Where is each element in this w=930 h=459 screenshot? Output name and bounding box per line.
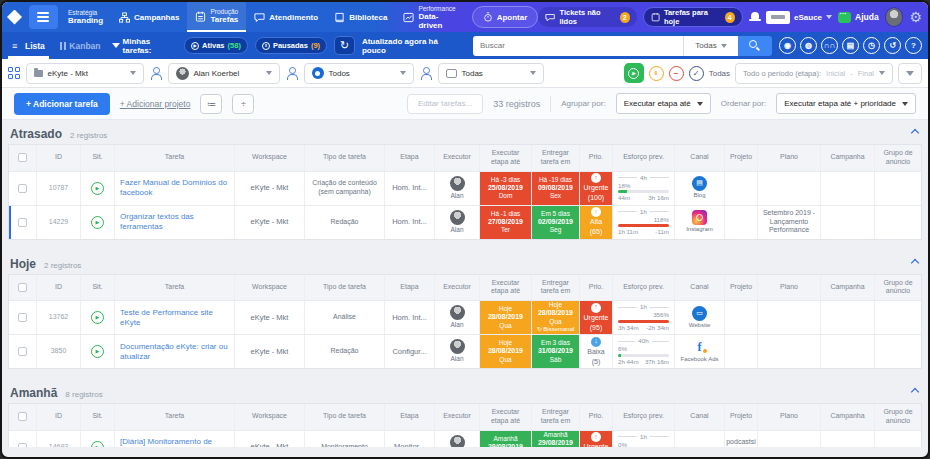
executor-cell: Alan: [450, 210, 465, 234]
search-scope-select[interactable]: Todas: [683, 36, 738, 56]
user-select[interactable]: Alan Koerbel: [168, 63, 280, 84]
task-link[interactable]: Teste de Performance site eKyte: [120, 308, 229, 328]
date-cell: Amanhã29/08/2019Qui↻ Dia útil: [532, 431, 580, 448]
task-link[interactable]: Fazer Manual de Domínios do facebook: [120, 178, 229, 198]
tab-kanban[interactable]: Kanban: [56, 32, 105, 59]
effort-progress-bar: [618, 320, 669, 323]
row-checkbox[interactable]: [18, 443, 27, 448]
user-avatar[interactable]: [885, 7, 904, 27]
row-checkbox[interactable]: [18, 218, 27, 227]
status-play-icon[interactable]: ▶: [91, 441, 104, 448]
help-button[interactable]: Ajuda: [838, 12, 879, 23]
search-button[interactable]: [738, 36, 772, 56]
date-cell: Hoje28/08/2019Qua: [480, 335, 532, 368]
status-filter-group: ▶ ‖ − ✓ Todas Todo o período (etapa): In…: [624, 63, 922, 84]
task-link[interactable]: [Diária] Monitoramento de Campanhas: [120, 437, 229, 447]
column-header: Projeto: [725, 404, 758, 430]
channel-cell: ▤Blog: [675, 172, 725, 205]
website-icon: ▭: [692, 306, 707, 321]
row-checkbox[interactable]: [18, 184, 27, 193]
task-board-icon[interactable]: ▤: [842, 37, 859, 54]
globe-icon[interactable]: ◍: [800, 37, 817, 54]
add-task-button[interactable]: + Adicionar tarefa: [14, 93, 110, 115]
help-circle-icon[interactable]: ?: [905, 37, 922, 54]
nav-item-campanhas[interactable]: Campanhas: [111, 2, 187, 32]
tickets-unread-button[interactable]: Tickets não lidos 2: [538, 7, 636, 27]
status-filter-paused-button[interactable]: ‖: [649, 66, 664, 81]
user-add-filter-icon: [286, 67, 298, 79]
status-filter-done-button[interactable]: ✓: [689, 66, 704, 81]
account-switcher[interactable]: eSauce: [766, 11, 832, 24]
add-project-link[interactable]: + Adicionar projeto: [120, 99, 191, 109]
table-row[interactable]: 14693 ▶ [Diária] Monitoramento de Campan…: [9, 430, 921, 448]
table-row[interactable]: 14229 ▶ Organizar textos das ferramentas…: [9, 205, 921, 239]
workspace-select[interactable]: eKyte - Mkt: [26, 63, 144, 84]
status-play-icon[interactable]: ▶: [91, 311, 104, 324]
facebook-icon: f: [692, 340, 707, 355]
app-window: EstratégiaBranding Campanhas ProduçãoTar…: [0, 0, 930, 459]
status-play-icon[interactable]: ▶: [91, 345, 104, 358]
todos-select[interactable]: Todos: [304, 63, 414, 84]
status-filter-stopped-button[interactable]: −: [669, 66, 684, 81]
status-filter-active-button[interactable]: ▶: [624, 63, 644, 83]
collapse-section-button[interactable]: [911, 388, 919, 396]
collapse-section-button[interactable]: [911, 258, 919, 266]
group-by-select[interactable]: Executar etapa até: [616, 93, 711, 114]
todas-select[interactable]: Todas: [438, 63, 544, 84]
period-filter[interactable]: Todo o período (etapa): Inicial - Final: [735, 63, 893, 84]
table-row[interactable]: 13762 ▶ Teste de Performance site eKyte …: [9, 300, 921, 334]
search-input[interactable]: [473, 36, 683, 56]
nav-item-branding[interactable]: EstratégiaBranding: [60, 2, 111, 32]
task-link[interactable]: Organizar textos das ferramentas: [120, 212, 229, 232]
tasks-today-icon: [651, 12, 660, 22]
team-icon[interactable]: ∩∩: [821, 37, 838, 54]
column-header: Tarefa: [115, 404, 235, 430]
column-header: Entregar tarefa em: [532, 275, 580, 301]
clock-icon[interactable]: ◷: [863, 37, 880, 54]
row-checkbox[interactable]: [18, 347, 27, 356]
filter-active-tasks-button[interactable]: ▶ Ativas (58): [184, 37, 248, 54]
settings-gear-icon[interactable]: ⚙: [909, 10, 924, 24]
select-all-checkbox[interactable]: [18, 412, 27, 421]
select-all-checkbox[interactable]: [18, 283, 27, 292]
workspace-cell: eKyte - Mkt: [251, 347, 289, 356]
status-play-icon[interactable]: ▶: [91, 182, 104, 195]
sort-by-select[interactable]: Executar etapa até + prioridade: [776, 93, 916, 114]
status-play-icon[interactable]: ▶: [91, 216, 104, 229]
table-row[interactable]: 3850 ▶ Documentação eKyte: criar ou atua…: [9, 334, 921, 368]
chevron-down-icon: [826, 15, 832, 19]
tab-lista[interactable]: ≡ Lista: [8, 32, 49, 59]
split-view-button[interactable]: ÷: [232, 94, 254, 114]
chevron-down-icon: [721, 44, 727, 48]
priority-arrow-icon: ↑: [591, 303, 601, 313]
nav-item-data-driven[interactable]: PerformanceData-driven: [395, 2, 463, 32]
advanced-filter-button[interactable]: [898, 63, 922, 84]
collapse-section-button[interactable]: [911, 129, 919, 137]
apontar-button[interactable]: Apontar: [472, 6, 539, 28]
list-order-button[interactable]: ≔: [200, 94, 222, 114]
tasks-for-today-button[interactable]: Tarefas para hoje 4: [643, 7, 743, 27]
main-menu-button[interactable]: [29, 5, 58, 29]
priority-cell: ↑ Urgente(80): [580, 431, 613, 448]
column-header: Tipo de tarefa: [305, 145, 385, 171]
people-search-icon[interactable]: ◉: [779, 37, 796, 54]
nav-item-tarefas[interactable]: ProduçãoTarefas: [187, 2, 246, 32]
edit-tasks-button[interactable]: Editar tarefas...: [407, 94, 483, 114]
refresh-button[interactable]: ↻: [334, 36, 355, 55]
nav-item-biblioteca[interactable]: Biblioteca: [326, 2, 395, 32]
nav-item-atendimento[interactable]: Atendimento: [246, 2, 326, 32]
table-row[interactable]: 10787 ▶ Fazer Manual de Domínios do face…: [9, 171, 921, 205]
my-tasks-label: Minhas tarefas:: [112, 37, 178, 55]
task-link[interactable]: Documentação eKyte: criar ou atualizar: [120, 342, 229, 362]
row-checkbox[interactable]: [18, 313, 27, 322]
stage-cell: Configur...: [392, 347, 426, 356]
column-header: Executar etapa até: [480, 145, 532, 171]
notifications-bell-icon[interactable]: [749, 11, 760, 23]
column-header: Sit.: [81, 275, 115, 301]
select-all-checkbox[interactable]: [18, 153, 27, 162]
task-type-cell: Monitoramento: [321, 443, 368, 447]
history-icon[interactable]: ↺: [884, 37, 901, 54]
column-header: Tarefa: [115, 145, 235, 171]
workspace-grid-icon[interactable]: [8, 67, 20, 79]
filter-paused-tasks-button[interactable]: ‖ Pausadas (9): [255, 37, 327, 54]
